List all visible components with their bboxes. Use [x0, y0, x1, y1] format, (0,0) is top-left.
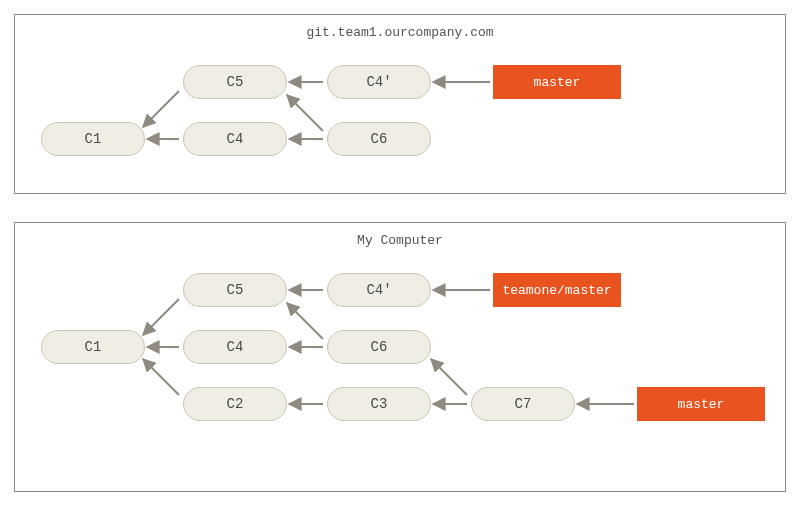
remote-arrows [15, 15, 785, 193]
commit-node: C4 [183, 330, 287, 364]
svg-line-10 [287, 303, 323, 339]
commit-node: C1 [41, 122, 145, 156]
svg-line-3 [287, 95, 323, 131]
commit-node: C6 [327, 122, 431, 156]
remote-panel-title: git.team1.ourcompany.com [15, 25, 785, 40]
commit-node: C4' [327, 273, 431, 307]
local-panel: My Computer C1 C5 C4 C2 C4' C6 [14, 222, 786, 492]
ref-label: teamone/master [493, 273, 621, 307]
commit-node: C6 [327, 330, 431, 364]
ref-label: master [637, 387, 765, 421]
commit-node: C4' [327, 65, 431, 99]
commit-node: C4 [183, 122, 287, 156]
local-panel-title: My Computer [15, 233, 785, 248]
svg-line-14 [431, 359, 467, 395]
commit-node: C5 [183, 273, 287, 307]
ref-label: master [493, 65, 621, 99]
commit-node: C3 [327, 387, 431, 421]
commit-node: C2 [183, 387, 287, 421]
svg-line-8 [143, 359, 179, 395]
commit-node: C7 [471, 387, 575, 421]
commit-node: C5 [183, 65, 287, 99]
svg-line-6 [143, 299, 179, 335]
svg-line-0 [143, 91, 179, 127]
commit-node: C1 [41, 330, 145, 364]
remote-panel: git.team1.ourcompany.com C1 C5 C4 C4' C6… [14, 14, 786, 194]
